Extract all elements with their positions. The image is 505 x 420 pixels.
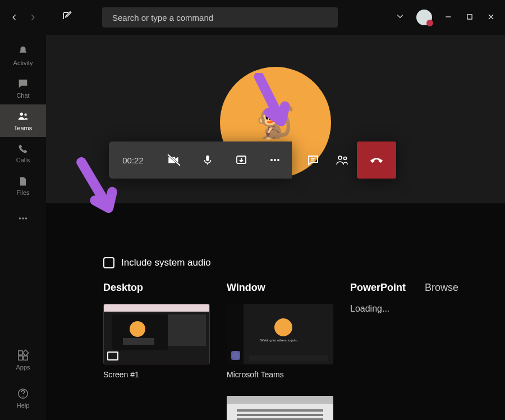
share-tray-icon bbox=[235, 153, 248, 167]
svg-point-17 bbox=[338, 156, 342, 159]
microphone-icon bbox=[201, 154, 214, 166]
share-tray: Include system audio Desktop Screen #1 W… bbox=[92, 248, 499, 420]
svg-point-16 bbox=[277, 159, 279, 161]
svg-point-3 bbox=[19, 217, 21, 220]
teams-icon bbox=[16, 110, 30, 122]
svg-point-14 bbox=[270, 159, 273, 161]
share-col-browse: Browse bbox=[425, 282, 488, 420]
show-participants-button[interactable] bbox=[333, 151, 351, 169]
svg-rect-6 bbox=[19, 351, 22, 355]
more-icon bbox=[268, 153, 282, 167]
sidebar-item-label: Activity bbox=[13, 60, 33, 66]
chat-bubble-icon bbox=[306, 153, 320, 167]
share-col-desktop: Desktop Screen #1 bbox=[103, 282, 215, 420]
svg-point-11 bbox=[22, 396, 24, 397]
svg-point-2 bbox=[24, 113, 27, 116]
mic-toggle-button[interactable] bbox=[191, 141, 224, 179]
sidebar-item-files[interactable]: Files bbox=[0, 170, 46, 202]
svg-point-18 bbox=[344, 157, 347, 160]
hangup-icon bbox=[368, 152, 385, 168]
app-sidebar: Activity Chat Teams Calls Files Apps Hel… bbox=[0, 35, 46, 420]
sidebar-item-label: Chat bbox=[16, 92, 29, 99]
share-window-label: Microsoft Teams bbox=[227, 370, 339, 379]
file-icon bbox=[17, 176, 29, 187]
svg-point-15 bbox=[274, 159, 276, 161]
share-header-window: Window bbox=[227, 282, 339, 294]
search-placeholder: Search or type a command bbox=[112, 13, 213, 22]
sidebar-item-label: Teams bbox=[14, 125, 32, 131]
call-duration: 00:22 bbox=[109, 141, 157, 179]
svg-point-5 bbox=[25, 217, 27, 220]
window-minimize-button[interactable] bbox=[444, 13, 453, 22]
help-icon bbox=[17, 387, 29, 400]
sidebar-more-button[interactable] bbox=[0, 202, 46, 235]
include-system-audio-label: Include system audio bbox=[121, 257, 211, 268]
sidebar-item-chat[interactable]: Chat bbox=[0, 72, 46, 104]
sidebar-item-label: Help bbox=[17, 402, 30, 409]
nav-back-button[interactable] bbox=[9, 12, 20, 23]
show-conversation-button[interactable] bbox=[304, 151, 322, 169]
main-area: 🐒 Include system audio Desktop Scr bbox=[46, 35, 505, 420]
share-button[interactable] bbox=[224, 141, 258, 179]
sidebar-item-apps[interactable]: Apps bbox=[0, 344, 46, 376]
hang-up-button[interactable] bbox=[357, 141, 396, 179]
sidebar-item-calls[interactable]: Calls bbox=[0, 137, 46, 170]
more-icon bbox=[17, 212, 29, 225]
title-bar: Search or type a command bbox=[0, 0, 505, 35]
chat-icon bbox=[17, 77, 29, 90]
avatar-emoji: 🐒 bbox=[256, 104, 295, 141]
share-desktop-label: Screen #1 bbox=[103, 370, 215, 379]
bell-icon bbox=[17, 45, 29, 57]
phone-icon bbox=[17, 143, 29, 154]
meeting-control-bar: 00:22 bbox=[109, 141, 396, 179]
camera-toggle-button[interactable] bbox=[157, 141, 191, 179]
svg-rect-9 bbox=[24, 356, 27, 360]
svg-rect-0 bbox=[467, 15, 472, 19]
share-desktop-thumbnail[interactable] bbox=[103, 304, 210, 364]
sidebar-item-label: Calls bbox=[16, 157, 30, 163]
user-avatar[interactable] bbox=[416, 10, 432, 25]
include-system-audio-checkbox[interactable] bbox=[103, 257, 114, 268]
share-header-powerpoint: PowerPoint bbox=[350, 282, 414, 294]
search-input[interactable]: Search or type a command bbox=[102, 7, 338, 28]
apps-icon bbox=[17, 349, 29, 362]
share-header-browse[interactable]: Browse bbox=[425, 282, 488, 294]
svg-rect-8 bbox=[19, 356, 22, 360]
sidebar-item-activity[interactable]: Activity bbox=[0, 39, 46, 72]
more-actions-button[interactable] bbox=[258, 141, 292, 179]
share-col-powerpoint: PowerPoint Loading... bbox=[350, 282, 414, 420]
svg-rect-12 bbox=[206, 156, 209, 161]
svg-point-1 bbox=[20, 113, 24, 116]
share-header-desktop: Desktop bbox=[103, 282, 215, 294]
powerpoint-loading: Loading... bbox=[350, 304, 414, 314]
share-window-thumbnail-word[interactable]: W bbox=[227, 396, 333, 420]
camera-off-icon bbox=[167, 153, 181, 167]
window-close-button[interactable] bbox=[487, 13, 496, 22]
people-icon bbox=[335, 153, 350, 167]
svg-rect-7 bbox=[22, 350, 28, 355]
sidebar-item-help[interactable]: Help bbox=[0, 382, 46, 414]
sidebar-item-label: Files bbox=[16, 189, 29, 196]
sidebar-item-teams[interactable]: Teams bbox=[0, 104, 46, 137]
sidebar-item-label: Apps bbox=[16, 364, 30, 371]
share-col-window: Window Waiting for others to join... Mic… bbox=[227, 282, 339, 420]
command-chevron-down-icon[interactable] bbox=[396, 12, 404, 22]
nav-forward-button[interactable] bbox=[27, 12, 38, 23]
window-maximize-button[interactable] bbox=[466, 13, 475, 22]
compose-button[interactable] bbox=[62, 11, 73, 24]
svg-point-4 bbox=[22, 217, 24, 220]
share-window-thumbnail-teams[interactable]: Waiting for others to join... bbox=[227, 304, 333, 364]
